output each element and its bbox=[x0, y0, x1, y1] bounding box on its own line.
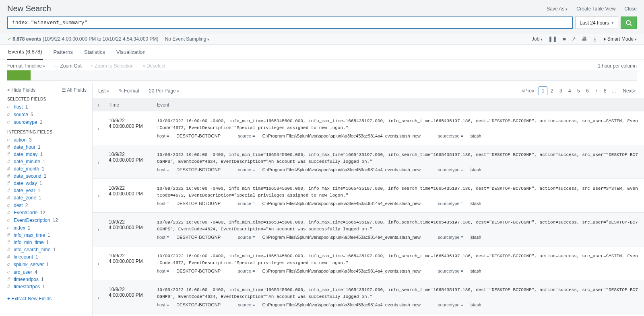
search-mode-menu[interactable]: ♦ Smart Mode bbox=[603, 36, 637, 42]
event-sampling-menu[interactable]: No Event Sampling bbox=[165, 36, 210, 42]
field-item[interactable]: #linecount1 bbox=[7, 253, 92, 261]
expand-row-icon[interactable]: › bbox=[93, 250, 105, 277]
field-item[interactable]: #info_max_time1 bbox=[7, 232, 92, 239]
meta-source[interactable]: source = C:\Program Files\Splunk\var\spo… bbox=[238, 201, 432, 206]
field-name[interactable]: date_minute bbox=[14, 159, 40, 164]
field-item[interactable]: #date_mday1 bbox=[7, 151, 92, 158]
expand-row-icon[interactable]: › bbox=[93, 216, 105, 243]
meta-sourcetype[interactable]: sourcetype = stash bbox=[438, 133, 493, 138]
column-header-info[interactable]: i bbox=[93, 99, 105, 111]
all-fields-button[interactable]: ☰ All Fields bbox=[62, 87, 87, 93]
pause-icon[interactable]: ❚❚ bbox=[548, 36, 557, 42]
field-item[interactable]: #info_search_time1 bbox=[7, 246, 92, 253]
pager-page[interactable]: 5 bbox=[574, 86, 583, 95]
field-name[interactable]: src_user bbox=[14, 269, 32, 275]
tab-events[interactable]: Events (6,878) bbox=[7, 45, 43, 60]
hide-fields-button[interactable]: < Hide Fields bbox=[7, 87, 35, 93]
export-icon[interactable]: ⭳ bbox=[592, 36, 598, 42]
view-mode-menu[interactable]: List bbox=[98, 88, 109, 94]
expand-row-icon[interactable]: › bbox=[93, 148, 105, 175]
pager-page[interactable]: 6 bbox=[583, 86, 592, 95]
expand-row-icon[interactable]: › bbox=[93, 182, 105, 209]
expand-row-icon[interactable]: › bbox=[93, 283, 105, 310]
meta-source[interactable]: source = C:\Program Files\Splunk\var\spo… bbox=[238, 302, 432, 307]
field-name[interactable]: date_wday bbox=[14, 181, 37, 186]
pager-page[interactable]: ... bbox=[609, 86, 618, 95]
meta-host[interactable]: host = DESKTOP-BC7OGNP bbox=[157, 201, 232, 206]
field-item[interactable]: adest2 bbox=[7, 201, 92, 209]
field-item[interactable]: aEventDescription12 bbox=[7, 216, 92, 224]
meta-source[interactable]: source = C:\Program Files\Splunk\var\spo… bbox=[238, 167, 432, 172]
field-name[interactable]: date_month bbox=[14, 166, 39, 172]
create-table-view-link[interactable]: Create Table View bbox=[576, 6, 615, 12]
column-header-event[interactable]: Event bbox=[153, 99, 644, 111]
field-item[interactable]: #date_hour1 bbox=[7, 144, 92, 151]
field-item[interactable]: asrc_user4 bbox=[7, 268, 92, 276]
field-item[interactable]: asplunk_server1 bbox=[7, 261, 92, 268]
search-input[interactable] bbox=[7, 16, 573, 29]
field-name[interactable]: source bbox=[14, 112, 28, 117]
tab-statistics[interactable]: Statistics bbox=[83, 45, 106, 59]
share-icon[interactable]: ↗ bbox=[572, 36, 576, 42]
field-item[interactable]: #date_minute1 bbox=[7, 158, 92, 165]
expand-row-icon[interactable]: › bbox=[93, 115, 105, 142]
field-item[interactable]: aaction3 bbox=[7, 136, 92, 144]
tab-visualization[interactable]: Visualization bbox=[116, 45, 147, 59]
field-name[interactable]: sourcetype bbox=[14, 119, 37, 125]
field-name[interactable]: info_min_time bbox=[14, 240, 44, 245]
pager-page[interactable]: 1 bbox=[539, 86, 547, 95]
field-name[interactable]: date_zone bbox=[14, 195, 36, 201]
column-header-time[interactable]: Time bbox=[105, 99, 153, 111]
meta-source[interactable]: source = C:\Program Files\Splunk\var\spo… bbox=[238, 269, 432, 273]
field-item[interactable]: asourcetype1 bbox=[7, 118, 92, 126]
pager-page[interactable]: 8 bbox=[601, 86, 609, 95]
field-item[interactable]: #date_month1 bbox=[7, 165, 92, 172]
field-name[interactable]: host bbox=[14, 104, 23, 110]
pager-page[interactable]: 3 bbox=[556, 86, 565, 95]
pager-next[interactable]: Next > bbox=[620, 86, 638, 95]
field-item[interactable]: #date_zone1 bbox=[7, 194, 92, 201]
timeline-chart[interactable] bbox=[7, 70, 637, 81]
field-item[interactable]: #info_min_time1 bbox=[7, 239, 92, 246]
field-name[interactable]: EventDescription bbox=[14, 218, 50, 223]
event-raw[interactable]: 10/09/2022 16:00:00 -0400, info_min_time… bbox=[157, 219, 640, 232]
format-events-button[interactable]: ✎ Format bbox=[119, 88, 139, 94]
field-name[interactable]: date_hour bbox=[14, 144, 35, 150]
field-name[interactable]: date_mday bbox=[14, 152, 37, 157]
meta-sourcetype[interactable]: sourcetype = stash bbox=[438, 269, 493, 273]
field-item[interactable]: #EventCode12 bbox=[7, 209, 92, 216]
field-name[interactable]: dest bbox=[14, 203, 23, 208]
meta-host[interactable]: host = DESKTOP-BC7OGNP bbox=[157, 167, 232, 172]
event-raw[interactable]: 10/09/2022 16:00:00 -0400, info_min_time… bbox=[157, 185, 640, 199]
field-name[interactable]: info_max_time bbox=[14, 232, 45, 238]
pager-page[interactable]: 2 bbox=[547, 86, 556, 95]
meta-source[interactable]: source = C:\Program Files\Splunk\var\spo… bbox=[238, 133, 432, 138]
field-item[interactable]: #timestartpos1 bbox=[7, 283, 92, 290]
meta-sourcetype[interactable]: sourcetype = stash bbox=[438, 235, 493, 240]
field-item[interactable]: asource5 bbox=[7, 111, 92, 118]
tab-patterns[interactable]: Patterns bbox=[53, 45, 74, 59]
event-raw[interactable]: 10/09/2022 16:00:00 -0400, info_min_time… bbox=[157, 118, 640, 131]
field-name[interactable]: index bbox=[14, 225, 25, 231]
field-name[interactable]: timestartpos bbox=[14, 284, 40, 289]
event-raw[interactable]: 10/09/2022 16:00:00 -0400, info_min_time… bbox=[157, 253, 640, 266]
event-raw[interactable]: 10/09/2022 16:00:00 -0400, info_min_time… bbox=[157, 287, 640, 300]
pager-page[interactable]: 4 bbox=[565, 86, 574, 95]
field-item[interactable]: #date_second1 bbox=[7, 172, 92, 180]
zoom-out-button[interactable]: — Zoom Out bbox=[54, 63, 82, 69]
field-item[interactable]: #timeendpos1 bbox=[7, 276, 92, 283]
field-item[interactable]: #date_year1 bbox=[7, 187, 92, 194]
meta-host[interactable]: host = DESKTOP-BC7OGNP bbox=[157, 269, 232, 273]
field-name[interactable]: splunk_server bbox=[14, 262, 44, 267]
format-timeline-menu[interactable]: Format Timeline bbox=[7, 63, 45, 69]
field-name[interactable]: action bbox=[14, 137, 27, 143]
extract-new-fields-link[interactable]: + Extract New Fields bbox=[7, 296, 52, 302]
close-link[interactable]: Close bbox=[624, 6, 637, 12]
field-name[interactable]: EventCode bbox=[14, 210, 37, 215]
print-icon[interactable]: 🖶 bbox=[582, 36, 587, 42]
stop-icon[interactable]: ■ bbox=[563, 36, 566, 42]
job-menu[interactable]: Job bbox=[532, 36, 543, 42]
field-name[interactable]: timeendpos bbox=[14, 277, 39, 282]
meta-source[interactable]: source = C:\Program Files\Splunk\var\spo… bbox=[238, 235, 432, 240]
field-name[interactable]: linecount bbox=[14, 254, 33, 260]
